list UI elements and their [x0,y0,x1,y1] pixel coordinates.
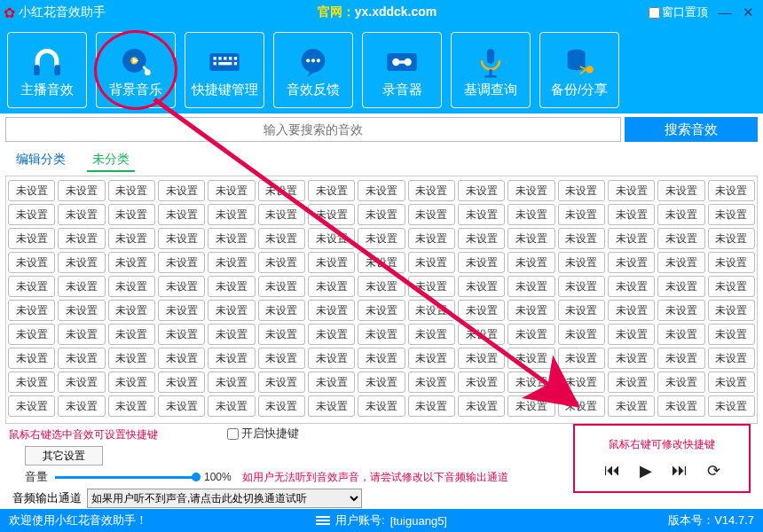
official-url[interactable]: yx.xddck.com [355,4,437,19]
minimize-button[interactable]: — [713,4,736,20]
sound-cell[interactable]: 未设置 [208,300,255,321]
sound-cell[interactable]: 未设置 [507,276,555,297]
sound-cell[interactable]: 未设置 [58,228,105,249]
sound-cell[interactable]: 未设置 [708,228,755,249]
sound-cell[interactable]: 未设置 [8,180,55,201]
sound-cell[interactable]: 未设置 [358,252,405,273]
sound-cell[interactable]: 未设置 [308,228,355,249]
menu-icon[interactable] [316,514,330,527]
toolbar-keyboard[interactable]: 快捷键管理 [185,32,264,108]
sound-cell[interactable]: 未设置 [458,276,505,297]
sound-cell[interactable]: 未设置 [558,228,605,249]
sound-cell[interactable]: 未设置 [258,348,305,369]
sound-cell[interactable]: 未设置 [308,348,355,369]
sound-cell[interactable]: 未设置 [8,204,55,225]
sound-cell[interactable]: 未设置 [708,372,755,393]
sound-cell[interactable]: 未设置 [507,348,555,369]
sound-cell[interactable]: 未设置 [108,204,155,225]
sound-cell[interactable]: 未设置 [608,372,655,393]
sound-cell[interactable]: 未设置 [708,395,755,417]
sound-cell[interactable]: 未设置 [507,395,555,417]
sound-cell[interactable]: 未设置 [507,324,555,345]
sound-cell[interactable]: 未设置 [458,324,505,345]
sound-cell[interactable]: 未设置 [657,395,704,417]
enable-hotkey-checkbox[interactable]: 开启快捷键 [227,426,299,442]
sound-cell[interactable]: 未设置 [208,180,255,201]
sound-cell[interactable]: 未设置 [657,252,704,273]
sound-cell[interactable]: 未设置 [558,204,605,225]
sound-cell[interactable]: 未设置 [408,348,455,369]
sound-cell[interactable]: 未设置 [408,324,455,345]
search-button[interactable]: 搜索音效 [625,117,758,142]
tab-编辑分类[interactable]: 编辑分类 [11,149,71,172]
sound-cell[interactable]: 未设置 [158,300,205,321]
pin-checkbox[interactable]: 窗口置顶 [649,4,708,20]
sound-cell[interactable]: 未设置 [608,204,655,225]
sound-cell[interactable]: 未设置 [108,252,155,273]
sound-cell[interactable]: 未设置 [408,252,455,273]
sound-cell[interactable]: 未设置 [108,395,155,417]
sound-cell[interactable]: 未设置 [608,276,655,297]
sound-cell[interactable]: 未设置 [608,180,655,201]
other-settings-button[interactable]: 其它设置 [25,446,103,466]
sound-cell[interactable]: 未设置 [458,228,505,249]
toolbar-chat[interactable]: 音效反馈 [273,32,353,108]
toolbar-mic[interactable]: 基调查询 [451,32,531,108]
sound-cell[interactable]: 未设置 [108,228,155,249]
close-button[interactable]: ✕ [736,4,759,20]
sound-cell[interactable]: 未设置 [408,204,455,225]
sound-cell[interactable]: 未设置 [158,276,205,297]
sound-cell[interactable]: 未设置 [608,300,655,321]
sound-cell[interactable]: 未设置 [58,300,105,321]
sound-cell[interactable]: 未设置 [108,348,155,369]
sound-cell[interactable]: 未设置 [158,228,205,249]
next-icon[interactable]: ⏭ [672,461,688,481]
sound-cell[interactable]: 未设置 [108,300,155,321]
play-icon[interactable]: ▶ [640,461,652,481]
sound-cell[interactable]: 未设置 [507,204,555,225]
sound-cell[interactable]: 未设置 [8,395,55,417]
sound-cell[interactable]: 未设置 [308,395,355,417]
sound-cell[interactable]: 未设置 [408,276,455,297]
sound-cell[interactable]: 未设置 [708,276,755,297]
toolbar-db-share[interactable]: 备份/分享 [539,32,619,108]
audio-output-select[interactable]: 如果用户听不到声音,请点击此处切换通道试听 [87,489,362,508]
sound-cell[interactable]: 未设置 [108,180,155,201]
sound-cell[interactable]: 未设置 [58,395,105,417]
sound-cell[interactable]: 未设置 [8,324,55,345]
sound-cell[interactable]: 未设置 [108,324,155,345]
sound-cell[interactable]: 未设置 [358,395,405,417]
sound-cell[interactable]: 未设置 [558,372,605,393]
sound-cell[interactable]: 未设置 [408,395,455,417]
sound-cell[interactable]: 未设置 [408,228,455,249]
loop-icon[interactable]: ⟳ [707,461,720,481]
sound-cell[interactable]: 未设置 [258,324,305,345]
toolbar-music-disc[interactable]: 背景音乐 [96,32,176,108]
sound-cell[interactable]: 未设置 [158,252,205,273]
sound-cell[interactable]: 未设置 [58,204,105,225]
sound-cell[interactable]: 未设置 [657,372,704,393]
sound-cell[interactable]: 未设置 [458,372,505,393]
sound-cell[interactable]: 未设置 [208,204,255,225]
sound-cell[interactable]: 未设置 [558,180,605,201]
sound-cell[interactable]: 未设置 [657,228,704,249]
sound-cell[interactable]: 未设置 [358,204,405,225]
sound-cell[interactable]: 未设置 [158,348,205,369]
sound-cell[interactable]: 未设置 [58,180,105,201]
sound-cell[interactable]: 未设置 [208,276,255,297]
toolbar-headphones[interactable]: 主播音效 [7,32,87,108]
sound-cell[interactable]: 未设置 [208,395,255,417]
sound-cell[interactable]: 未设置 [558,252,605,273]
volume-slider[interactable] [55,476,197,479]
sound-cell[interactable]: 未设置 [358,228,405,249]
sound-cell[interactable]: 未设置 [58,372,105,393]
sound-cell[interactable]: 未设置 [708,348,755,369]
sound-cell[interactable]: 未设置 [507,372,555,393]
sound-cell[interactable]: 未设置 [58,252,105,273]
sound-cell[interactable]: 未设置 [8,228,55,249]
sound-cell[interactable]: 未设置 [458,252,505,273]
sound-cell[interactable]: 未设置 [608,228,655,249]
sound-cell[interactable]: 未设置 [708,180,755,201]
sound-cell[interactable]: 未设置 [8,276,55,297]
sound-cell[interactable]: 未设置 [208,348,255,369]
